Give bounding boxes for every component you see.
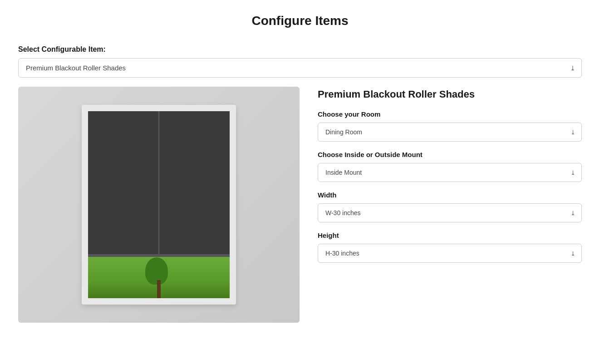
height-dropdown[interactable]: H-24 inches H-30 inches H-36 inches H-48… [318,244,582,263]
product-name: Premium Blackout Roller Shades [318,89,582,100]
window-divider [158,111,160,257]
product-image-container [18,87,300,323]
tree-trunk [157,280,161,298]
config-panel: Premium Blackout Roller Shades Choose yo… [318,87,582,272]
mount-option-group: Choose Inside or Outside Mount Inside Mo… [318,151,582,182]
mount-option-label: Choose Inside or Outside Mount [318,151,582,158]
shade-bottom-bar [88,254,230,257]
window-frame [82,105,236,305]
main-content: Premium Blackout Roller Shades Choose yo… [18,87,582,323]
window-bottom-scene [88,257,230,298]
page-title: Configure Items [18,14,582,33]
outdoor-scene [88,257,230,298]
room-dropdown[interactable]: Dining Room Living Room Bedroom Kitchen … [318,123,582,142]
width-option-label: Width [318,191,582,199]
product-image [18,87,300,323]
height-option-label: Height [318,231,582,239]
height-option-group: Height H-24 inches H-30 inches H-36 inch… [318,231,582,263]
width-dropdown-wrapper: W-24 inches W-30 inches W-36 inches W-48… [318,203,582,222]
tree-top [145,257,168,285]
width-dropdown[interactable]: W-24 inches W-30 inches W-36 inches W-48… [318,203,582,222]
mount-dropdown-wrapper: Inside Mount Outside Mount ⤓ [318,163,582,182]
height-dropdown-wrapper: H-24 inches H-30 inches H-36 inches H-48… [318,244,582,263]
width-option-group: Width W-24 inches W-30 inches W-36 inche… [318,191,582,222]
room-option-label: Choose your Room [318,110,582,118]
room-option-group: Choose your Room Dining Room Living Room… [318,110,582,142]
mount-dropdown[interactable]: Inside Mount Outside Mount [318,163,582,182]
item-selector-label: Select Configurable Item: [18,45,582,54]
item-selector-wrapper: Premium Blackout Roller Shades ⤓ [18,58,582,78]
room-dropdown-wrapper: Dining Room Living Room Bedroom Kitchen … [318,123,582,142]
item-selector-dropdown[interactable]: Premium Blackout Roller Shades [18,58,582,78]
